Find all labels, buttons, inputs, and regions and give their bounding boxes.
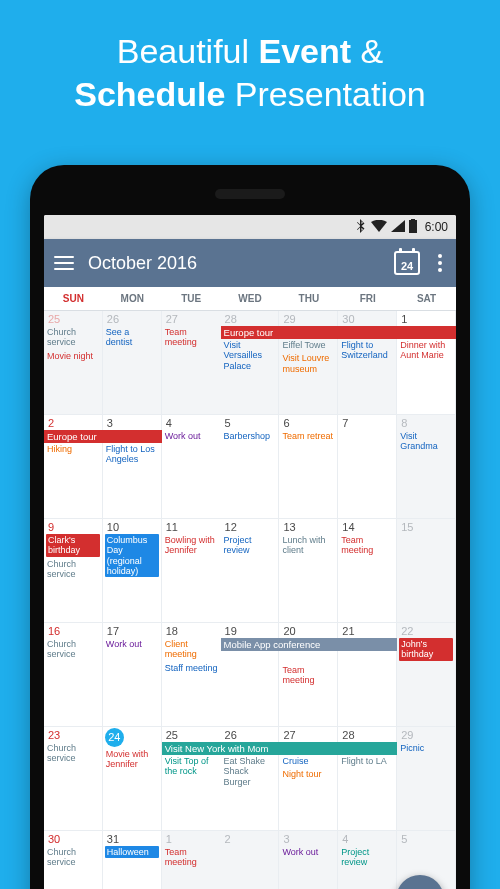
day-cell[interactable]: 9Clark's birthdayChurch service <box>44 519 103 623</box>
toolbar-title[interactable]: October 2016 <box>88 253 380 274</box>
day-number: 26 <box>107 313 159 325</box>
day-cell[interactable]: 14Team meeting <box>338 519 397 623</box>
weekday-tue: TUE <box>162 287 221 310</box>
day-number: 2 <box>48 417 100 429</box>
day-number: 15 <box>401 521 453 533</box>
event[interactable]: Staff meeting <box>164 662 219 674</box>
event[interactable]: Work out <box>281 846 335 858</box>
calendar-grid: Europe tour Europe tour Mobile App confe… <box>44 311 456 889</box>
day-number: 14 <box>342 521 394 533</box>
day-cell[interactable]: 3Work out <box>279 831 338 889</box>
day-number: 30 <box>342 313 394 325</box>
event[interactable]: Clark's birthday <box>46 534 100 557</box>
event[interactable]: Work out <box>105 638 159 650</box>
event[interactable]: Halloween <box>105 846 159 858</box>
event[interactable]: Work out <box>164 430 219 442</box>
event[interactable]: Cruise <box>281 755 335 767</box>
today-icon[interactable]: 24 <box>394 251 420 275</box>
day-cell[interactable]: 24Movie with Jennifer <box>103 727 162 831</box>
battery-icon <box>409 219 417 236</box>
day-cell[interactable]: 26See a dentist <box>103 311 162 415</box>
status-bar: 6:00 <box>44 215 456 239</box>
day-cell[interactable]: 10Columbus Day (regional holiday) <box>103 519 162 623</box>
event[interactable]: Picnic <box>399 742 453 754</box>
day-cell[interactable]: 12Project review <box>221 519 280 623</box>
day-cell[interactable]: 29Picnic <box>397 727 456 831</box>
menu-icon[interactable] <box>54 256 74 270</box>
overflow-menu-icon[interactable] <box>434 254 446 272</box>
day-cell[interactable]: 27Team meeting <box>162 311 221 415</box>
event[interactable]: Flight to LA <box>340 755 394 767</box>
event[interactable]: Church service <box>46 558 100 581</box>
event[interactable]: Movie with Jennifer <box>105 748 159 771</box>
day-cell[interactable]: 16Church service <box>44 623 103 727</box>
event[interactable]: Team meeting <box>340 534 394 557</box>
event[interactable]: Movie night <box>46 350 100 362</box>
event[interactable]: Team meeting <box>164 326 219 349</box>
event[interactable]: Church service <box>46 326 100 349</box>
day-cell[interactable]: 8Visit Grandma <box>397 415 456 519</box>
phone-frame: 6:00 October 2016 24 SUN MON TUE WED THU… <box>30 165 470 889</box>
day-number: 13 <box>283 521 335 533</box>
weekday-wed: WED <box>221 287 280 310</box>
day-number: 5 <box>401 833 453 845</box>
event[interactable]: Barbershop <box>223 430 277 442</box>
event[interactable]: Lunch with client <box>281 534 335 557</box>
event[interactable]: Visit Louvre museum <box>281 352 335 375</box>
event[interactable]: Project review <box>223 534 277 557</box>
day-number: 27 <box>283 729 335 741</box>
event[interactable]: Dinner with Aunt Marie <box>399 339 453 362</box>
day-cell[interactable]: 18Client meetingStaff meeting <box>162 623 221 727</box>
day-number: 4 <box>166 417 219 429</box>
event[interactable]: Church service <box>46 638 100 661</box>
day-cell[interactable]: 2 <box>221 831 280 889</box>
event[interactable]: Columbus Day (regional holiday) <box>105 534 159 577</box>
event[interactable]: Team meeting <box>164 846 219 869</box>
day-cell[interactable]: 30Church service <box>44 831 103 889</box>
day-cell[interactable]: 22John's birthday <box>397 623 456 727</box>
day-cell[interactable]: 5Barbershop <box>221 415 280 519</box>
event[interactable]: Church service <box>46 846 100 869</box>
event[interactable]: Flight to Switzerland <box>340 339 394 362</box>
event[interactable]: Client meeting <box>164 638 219 661</box>
day-cell[interactable]: 11Bowling with Jennifer <box>162 519 221 623</box>
day-cell[interactable]: 15 <box>397 519 456 623</box>
day-cell[interactable]: 1Team meeting <box>162 831 221 889</box>
banner-mobile-app[interactable]: Mobile App conference <box>221 638 398 651</box>
banner-europe-tour-1[interactable]: Europe tour <box>221 326 456 339</box>
day-number: 19 <box>225 625 277 637</box>
day-number: 1 <box>401 313 453 325</box>
event[interactable]: John's birthday <box>399 638 453 661</box>
event[interactable]: Team meeting <box>281 664 335 687</box>
event[interactable]: Night tour <box>281 768 335 780</box>
day-cell[interactable]: 17Work out <box>103 623 162 727</box>
banner-nyc[interactable]: Visit New York with Mom <box>162 742 397 755</box>
day-number: 5 <box>225 417 277 429</box>
day-cell[interactable]: 6Team retreat <box>279 415 338 519</box>
day-cell[interactable]: 7 <box>338 415 397 519</box>
event[interactable]: Church service <box>46 742 100 765</box>
event[interactable]: Visit Top of the rock <box>164 755 219 778</box>
day-cell[interactable]: 4Project review <box>338 831 397 889</box>
day-number: 11 <box>166 521 219 533</box>
event[interactable]: Team retreat <box>281 430 335 442</box>
day-cell[interactable]: 25Church serviceMovie night <box>44 311 103 415</box>
day-cell[interactable]: 4Work out <box>162 415 221 519</box>
banner-europe-tour-2[interactable]: Europe tour <box>44 430 162 443</box>
day-cell[interactable]: 23Church service <box>44 727 103 831</box>
event[interactable]: See a dentist <box>105 326 159 349</box>
event[interactable]: Visit Versailles Palace <box>223 339 277 372</box>
event[interactable]: Eiffel Towe <box>281 339 335 351</box>
event[interactable]: Visit Grandma <box>399 430 453 453</box>
weekday-sat: SAT <box>397 287 456 310</box>
event[interactable]: Flight to Los Angeles <box>105 443 159 466</box>
day-number: 24 <box>105 728 124 747</box>
day-cell[interactable]: 31Halloween <box>103 831 162 889</box>
weekday-sun: SUN <box>44 287 103 310</box>
event[interactable]: Eat Shake Shack Burger <box>223 755 277 788</box>
day-number: 31 <box>107 833 159 845</box>
event[interactable]: Bowling with Jennifer <box>164 534 219 557</box>
event[interactable]: Project review <box>340 846 394 869</box>
day-cell[interactable]: 13Lunch with client <box>279 519 338 623</box>
event[interactable]: Hiking <box>46 443 100 455</box>
